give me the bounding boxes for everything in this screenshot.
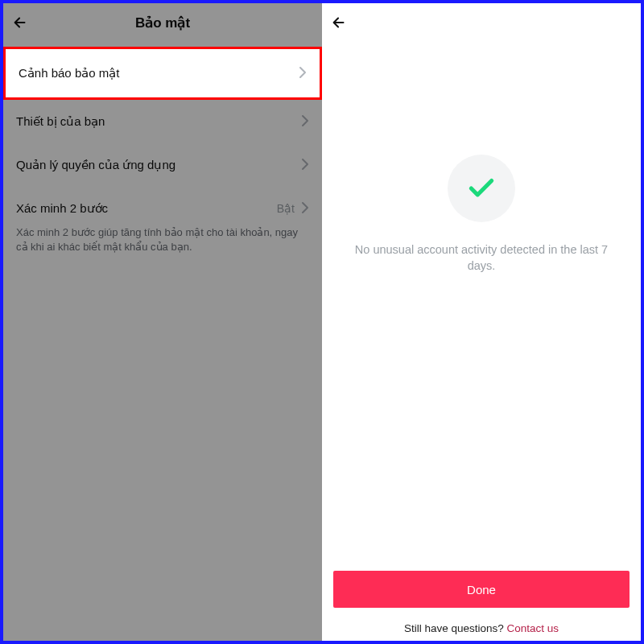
row-manage-app-permissions[interactable]: Quản lý quyền của ứng dụng: [3, 143, 322, 187]
row-label: Quản lý quyền của ứng dụng: [16, 158, 175, 172]
left-header: Bảo mật: [3, 3, 322, 42]
chevron-right-icon: [299, 66, 307, 81]
status-content: No unusual account activity detected in …: [322, 42, 641, 559]
chevron-right-icon: [301, 201, 309, 217]
row-label: Xác minh 2 bước: [16, 201, 108, 216]
arrow-left-icon: [330, 14, 348, 31]
contact-line: Still have questions? Contact us: [333, 622, 630, 634]
back-button-left[interactable]: [11, 3, 29, 42]
row-your-devices[interactable]: Thiết bị của bạn: [3, 100, 322, 143]
contact-prompt: Still have questions?: [404, 622, 507, 634]
chevron-right-icon: [301, 158, 309, 173]
checkmark-icon: [466, 173, 497, 204]
page-title-left: Bảo mật: [135, 14, 190, 31]
row-label: Thiết bị của bạn: [16, 114, 105, 129]
contact-us-link[interactable]: Contact us: [507, 622, 559, 634]
right-header: [322, 3, 641, 42]
settings-list: Thiết bị của bạn Quản lý quyền của ứng d…: [3, 100, 322, 263]
security-alerts-detail-panel: No unusual account activity detected in …: [322, 3, 641, 641]
row-security-alerts[interactable]: Cảnh báo bảo mật: [6, 49, 320, 97]
status-check-circle: [448, 155, 515, 222]
row-two-step-verification[interactable]: Xác minh 2 bước Bật: [3, 187, 322, 230]
two-step-description: Xác minh 2 bước giúp tăng tính bảo mật c…: [3, 225, 322, 263]
highlighted-row-frame: Cảnh báo bảo mật: [3, 47, 322, 100]
arrow-left-icon: [11, 14, 29, 31]
status-message: No unusual account activity detected in …: [353, 242, 610, 275]
row-label: Cảnh báo bảo mật: [19, 66, 119, 80]
chevron-right-icon: [301, 114, 309, 130]
back-button-right[interactable]: [330, 3, 348, 42]
done-button[interactable]: Done: [333, 571, 630, 608]
two-step-status: Bật: [277, 202, 295, 215]
security-settings-panel: Bảo mật Cảnh báo bảo mật Thiết bị của bạ…: [3, 3, 322, 641]
bottom-actions: Done Still have questions? Contact us: [322, 559, 641, 641]
